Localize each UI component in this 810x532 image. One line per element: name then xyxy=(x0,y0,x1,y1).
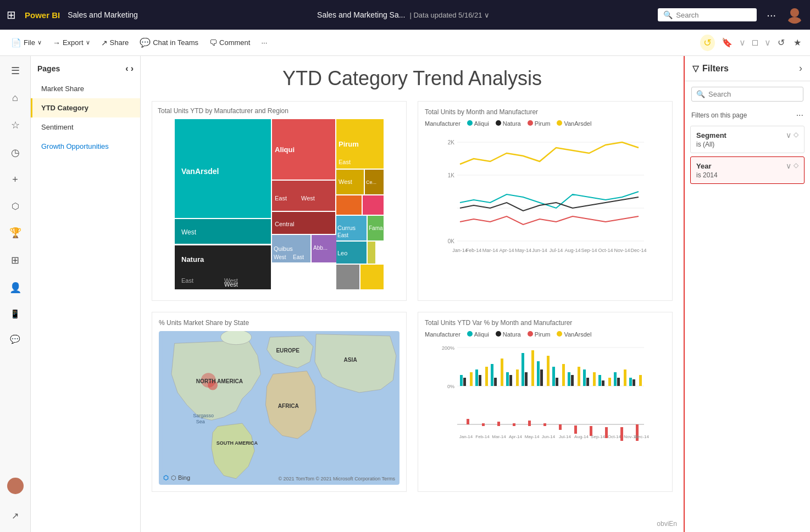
home-icon[interactable]: ⌂ xyxy=(9,89,21,107)
line-chart-svg: 2K 1K 0K Jan-14 Feb-14 Mar-14 Apr-14 xyxy=(425,131,665,274)
bing-logo: ⬡ ⬡ Bing xyxy=(163,474,190,481)
svg-rect-86 xyxy=(494,378,497,386)
refresh-button[interactable]: ↺ xyxy=(700,35,715,51)
workspace-label: Sales and Marketing xyxy=(68,10,138,19)
filters-on-page-more[interactable]: ··· xyxy=(796,110,803,120)
export-icon: → xyxy=(53,38,60,47)
bookmark-chevron[interactable]: ∨ xyxy=(739,37,746,48)
sidebar-avatar[interactable] xyxy=(7,478,24,494)
filters-search-box[interactable]: 🔍 xyxy=(691,87,803,102)
map-chart[interactable]: % Units Market Share by State xyxy=(152,312,407,492)
svg-rect-77 xyxy=(460,375,463,386)
svg-rect-87 xyxy=(497,422,500,426)
svg-rect-110 xyxy=(586,378,589,386)
svg-text:Sep-14: Sep-14 xyxy=(591,434,605,439)
page-item-market-share[interactable]: Market Share xyxy=(31,79,140,98)
svg-text:Jun-14: Jun-14 xyxy=(542,434,556,439)
filters-collapse-button[interactable]: › xyxy=(799,63,802,74)
favorite-star-button[interactable]: ★ xyxy=(791,35,803,50)
starred-icon[interactable]: ☆ xyxy=(8,116,23,135)
svg-rect-114 xyxy=(602,380,604,386)
report-title-label: Sales and Marketing Sa... xyxy=(317,10,405,19)
svg-text:May-14: May-14 xyxy=(525,434,540,439)
svg-text:Aug-14: Aug-14 xyxy=(564,248,580,253)
global-search-input[interactable] xyxy=(676,11,747,19)
filters-search-input[interactable] xyxy=(708,90,801,98)
segment-clear-icon[interactable]: ◇ xyxy=(794,131,798,139)
legend-pirum: Pirum xyxy=(528,120,551,127)
svg-rect-104 xyxy=(562,364,565,386)
svg-text:Aliqui: Aliqui xyxy=(275,145,295,154)
pages-title: Pages xyxy=(37,64,60,73)
share-label: Share xyxy=(110,38,129,47)
svg-text:Apr-14: Apr-14 xyxy=(509,434,523,439)
arrow-out-icon[interactable]: ↗ xyxy=(8,507,22,524)
segment-expand-icon[interactable]: ∨ xyxy=(786,131,791,139)
filter-segment-icons: ∨ ◇ xyxy=(786,131,798,139)
recent-icon[interactable]: ◷ xyxy=(8,143,23,162)
metrics-icon[interactable]: 🏆 xyxy=(6,223,25,242)
pages-back-button[interactable]: ‹ xyxy=(125,64,128,74)
chat-in-teams-button[interactable]: 💬 Chat in Teams xyxy=(135,35,203,51)
apps-icon[interactable]: ⊞ xyxy=(8,251,23,270)
obvi-en-label: obviEn xyxy=(657,520,677,528)
file-button[interactable]: 📄 File ∨ xyxy=(7,35,46,51)
toolbar-more-button[interactable]: ··· xyxy=(257,36,271,49)
data-hub-icon[interactable]: ⬡ xyxy=(8,198,23,215)
pages-forward-button[interactable]: › xyxy=(131,64,134,74)
svg-rect-105 xyxy=(568,372,570,386)
page-item-growth-opportunities[interactable]: Growth Opportunities xyxy=(31,137,140,156)
svg-text:Natura: Natura xyxy=(181,255,204,264)
bar-chart[interactable]: Total Units YTD Var % by Month and Manuf… xyxy=(418,312,673,492)
filters-on-page-section: Filters on this page ··· xyxy=(685,107,810,122)
waffle-icon[interactable]: ⊞ xyxy=(7,8,16,21)
learn-icon[interactable]: 👤 xyxy=(6,278,25,297)
data-updated-label[interactable]: | Data updated 5/16/21 ∨ xyxy=(409,11,490,19)
create-icon[interactable]: + xyxy=(9,171,21,189)
deployment-icon[interactable]: 📱 xyxy=(7,306,24,322)
year-expand-icon[interactable]: ∨ xyxy=(786,161,791,170)
line-chart[interactable]: Total Units by Month and Manufacturer Ma… xyxy=(418,101,673,301)
filters-search-icon: 🔍 xyxy=(696,90,705,98)
svg-text:ASIA: ASIA xyxy=(344,357,358,363)
user-avatar[interactable] xyxy=(786,6,803,24)
global-search-box[interactable]: 🔍 xyxy=(658,8,757,21)
comment-button[interactable]: 🗨 Comment xyxy=(205,36,254,50)
workspaces-icon[interactable]: 💬 xyxy=(7,331,24,348)
focus-button[interactable]: □ xyxy=(750,36,760,50)
focus-chevron[interactable]: ∨ xyxy=(764,37,771,48)
top-nav: ⊞ Power BI Sales and Marketing Sales and… xyxy=(0,0,810,30)
svg-rect-100 xyxy=(547,356,550,386)
page-item-sentiment[interactable]: Sentiment xyxy=(31,117,140,137)
svg-text:West: West xyxy=(339,178,352,185)
page-item-ytd-category[interactable]: YTD Category xyxy=(31,98,140,117)
filter-card-year[interactable]: Year ∨ ◇ is 2014 xyxy=(690,156,805,184)
bookmark-button[interactable]: 🔖 xyxy=(719,35,735,50)
toolbar-refresh-icon[interactable]: ↺ xyxy=(775,35,787,50)
svg-rect-85 xyxy=(491,364,493,386)
svg-rect-88 xyxy=(501,359,503,386)
filter-card-segment[interactable]: Segment ∨ ◇ is (All) xyxy=(690,126,805,153)
svg-text:East: East xyxy=(181,277,193,284)
filters-title-text: Filters xyxy=(702,64,729,74)
map-visual[interactable]: NORTH AMERICA SOUTH AMERICA EUROPE AFRIC… xyxy=(159,331,400,485)
treemap-chart[interactable]: Total Units YTD by Manufacturer and Regi… xyxy=(152,101,407,301)
map-copyright: © 2021 TomTom © 2021 Microsoft Corporati… xyxy=(278,476,395,481)
svg-text:West: West xyxy=(274,254,286,260)
bar-chart-title: Total Units YTD Var % by Month and Manuf… xyxy=(425,319,665,327)
bar-chart-legend: Manufacturer Aliqui Natura Pirum VanArsd… xyxy=(425,331,665,338)
hamburger-icon[interactable]: ☰ xyxy=(8,61,23,80)
bar-legend-aliqui: Aliqui xyxy=(467,331,489,338)
export-button[interactable]: → Export ∨ xyxy=(48,36,95,50)
top-nav-more-button[interactable]: ··· xyxy=(767,9,776,21)
filter-year-value: is 2014 xyxy=(696,171,798,179)
svg-rect-112 xyxy=(593,372,596,386)
year-clear-icon[interactable]: ◇ xyxy=(794,161,798,170)
svg-rect-81 xyxy=(475,369,478,386)
bar-legend-natura: Natura xyxy=(496,331,521,338)
svg-text:Sargasso: Sargasso xyxy=(193,413,214,418)
svg-text:Jan-14: Jan-14 xyxy=(452,248,468,253)
page-label-ytd-category: YTD Category xyxy=(41,104,88,112)
svg-text:Oct-14: Oct-14 xyxy=(598,248,613,253)
share-button[interactable]: ↗ Share xyxy=(97,36,134,50)
